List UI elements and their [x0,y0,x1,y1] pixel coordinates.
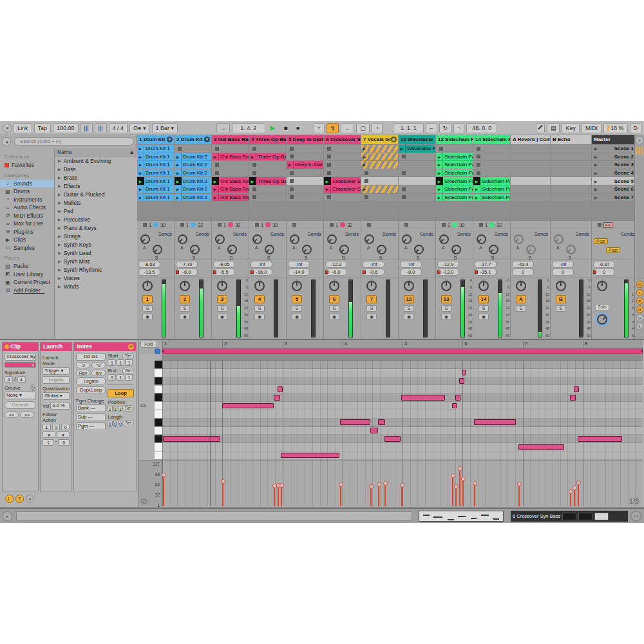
follow-bars-field[interactable]: 1 [43,424,51,430]
clip-slot[interactable] [399,153,435,162]
clip-slot[interactable]: ▶Drum Kit 2 [175,177,211,185]
clip-slot[interactable]: ▶ [361,185,398,194]
clip-slot[interactable]: ▶Crossover S [324,185,361,194]
follow-chance-b-field[interactable]: 0 [58,439,70,446]
hatched-clip[interactable]: ▶ [361,185,398,193]
arm-monitor-button[interactable]: ◉ [366,314,377,320]
clip[interactable]: ▶Drum Kit 1 [137,145,174,153]
velocity-marker[interactable] [574,489,575,506]
groove-icon[interactable]: ↻ [30,384,36,391]
clip-slot[interactable]: ▶Three Op Ba [249,153,286,162]
capture-midi-button[interactable]: ↯ [327,123,339,133]
clip[interactable]: ▶Drum Kit 2 [175,153,211,161]
send-b-knob[interactable] [487,243,500,256]
launch-mode-select[interactable]: Trigger ▾ [43,367,70,375]
file-row[interactable]: ▶Winds [55,282,137,290]
clip-play-icon[interactable]: ▶ [137,194,144,202]
piano-key[interactable] [155,402,162,410]
scene-slot[interactable]: ▶Scene 7 [592,194,636,202]
follow-action-b-select[interactable]: ▾ [57,431,70,438]
send-b-knob[interactable] [151,243,164,256]
clip-slot[interactable]: ▶Drum Kit 1 [137,185,174,194]
clip[interactable]: ▶Drum Kit 2 [175,169,211,177]
clip-play-icon[interactable]: ▶ [137,145,144,153]
track-activator-button[interactable]: 13 [441,295,451,303]
sidebar-item-add-folder-[interactable]: ⊞Add Folder... [4,287,54,295]
metronome-pattern-icon2[interactable]: ||| [95,123,107,133]
clip-play-icon[interactable]: ▶ [436,161,443,169]
velocity-marker[interactable] [278,486,279,506]
scene-play-icon[interactable]: ▶ [594,155,598,159]
send-b-knob[interactable] [412,243,426,256]
clip-slot[interactable] [287,145,323,153]
position-beat[interactable]: 1 [113,406,118,412]
clip[interactable]: ▶Oxi Bass Rack [212,177,249,185]
midi-note[interactable] [370,428,378,433]
clip-slot[interactable] [399,177,435,185]
time-signature-field[interactable]: 4 / 4 [109,123,128,133]
clip-slot[interactable]: ▶Oxi Bass Rack [212,153,249,162]
clip-play-icon[interactable]: ▶ [399,145,406,153]
pan-knob[interactable] [404,281,414,291]
clip-slot[interactable] [324,194,361,202]
clip-slot[interactable]: ▶Drum Kit 1 [137,177,174,185]
solo-button[interactable]: S [441,305,451,312]
stop-clip-square-icon[interactable] [442,223,446,227]
solo-button[interactable]: S [478,305,489,312]
track-header[interactable]: 2 Drum Kit▼ [175,135,211,145]
clip-play-icon[interactable]: ▶ [324,177,331,185]
track-activator-button[interactable]: 5 [292,295,302,303]
clip-slot[interactable] [287,153,323,162]
punch-out-button[interactable]: ¬ [453,123,464,133]
file-row[interactable]: ▶Strings [55,232,137,240]
groove-select[interactable]: None ▾ [5,392,36,399]
midi-note[interactable] [574,386,578,392]
clip-play-icon[interactable]: ▶ [175,194,182,202]
midi-note[interactable] [474,419,516,425]
end-beat[interactable]: 1 [117,374,124,381]
midi-note[interactable] [459,378,464,384]
view-toggle-s[interactable]: S [636,289,643,296]
stop-clip-square-icon[interactable] [255,223,259,227]
clip-slot[interactable]: ▶Drum Kit 2 [175,153,211,162]
track-activator-button[interactable]: 2 [180,295,190,303]
signature-numerator[interactable]: 4 [5,376,13,383]
velocity-marker[interactable] [518,485,520,506]
file-row[interactable]: ▶Synth Rhythmic [55,265,137,274]
clip[interactable]: ▶Drum Kit 1 [137,153,174,161]
file-row[interactable]: ▶Effects [55,182,137,190]
clip-slot[interactable]: ▶Sidechain Pad [473,185,510,194]
midi-note[interactable] [163,436,221,442]
start-sixteenth[interactable]: 1 [125,359,133,366]
view-toggle-x[interactable]: X [636,323,643,330]
pan-knob[interactable] [366,281,377,291]
clip-slot[interactable] [361,177,398,185]
search-input[interactable]: Search (Cmd + F) [14,137,134,146]
volume-field[interactable]: -8.0 [400,269,422,276]
pan-knob[interactable] [556,281,566,291]
loop-toggle-button[interactable]: Loop [108,389,134,397]
double-time-button[interactable]: *2 [91,362,106,368]
clip-slot[interactable]: ▶Three Op Ba [249,177,286,185]
clip-slot[interactable] [249,145,286,153]
pitch-range-button[interactable]: D0-G1 [76,353,106,361]
pan-knob[interactable] [441,281,451,291]
length-beat[interactable]: 0 [113,421,118,427]
halve-time-button[interactable]: :2 [76,362,90,368]
clip[interactable]: ▶Sidechain Pad [436,161,473,169]
clip-slot[interactable] [399,161,435,169]
send-b-knob[interactable] [450,243,463,256]
prev-clip-button[interactable]: << [5,412,19,418]
track-header-icon[interactable]: ▼ [167,137,173,142]
send-a-knob[interactable] [552,232,565,246]
track-activator-button[interactable]: 4 [254,295,265,303]
velocity-marker[interactable] [370,488,372,506]
volume-field[interactable]: -13.5 [138,269,160,276]
loop-length-display[interactable]: 48. 0. 0 [466,123,497,133]
clip-slot[interactable] [249,161,286,169]
extra-box-toggle-icon[interactable]: ● [26,495,34,503]
clip[interactable]: ▶Drum Kit 2 [175,177,211,185]
clip-slot[interactable]: ▶ [361,161,398,169]
track-header[interactable]: 7 Vocals Gr◎ [361,135,398,145]
clip-slot[interactable]: ▶Sidechain Pad [436,194,473,202]
